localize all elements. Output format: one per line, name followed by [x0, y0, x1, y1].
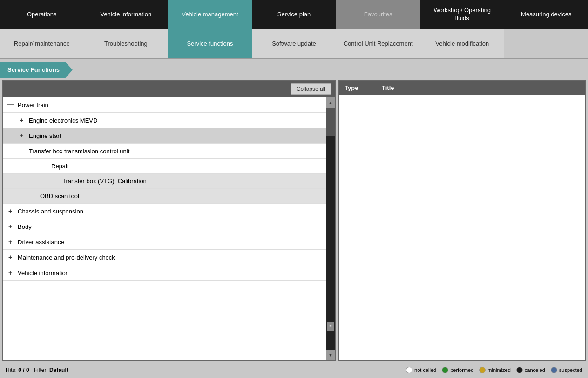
minus-icon: — — [18, 147, 25, 155]
tree-item-label: Driver assistance — [18, 239, 64, 246]
nav-item-vehicle-management[interactable]: Vehicle management — [168, 0, 252, 29]
filter-label: Filter: — [34, 367, 48, 373]
nav-item-vehicle-information[interactable]: Vehicle information — [84, 0, 169, 29]
right-panel-header: Type Title — [339, 81, 585, 95]
legend-label-suspected: suspected — [559, 367, 582, 373]
right-panel: Type Title — [338, 80, 586, 361]
tree-item-label: Repair — [51, 163, 69, 170]
type-column-header: Type — [339, 81, 376, 95]
tree-container: —Power train+Engine electronics MEVD+Eng… — [3, 97, 335, 360]
left-panel: Collapse all —Power train+Engine electro… — [2, 80, 336, 361]
tree-item-engine-electronics[interactable]: +Engine electronics MEVD — [3, 113, 326, 128]
plus-icon: + — [7, 254, 14, 261]
tree-item-transfer-box-vtg[interactable]: Transfer box (VTG): Calibration — [3, 174, 326, 189]
sub-nav-item-troubleshooting[interactable]: Troubleshooting — [84, 29, 169, 58]
legend-label-not-called: not called — [414, 367, 436, 373]
plus-icon: + — [7, 207, 14, 215]
legend-label-canceled: canceled — [525, 367, 545, 373]
scroll-down-arrow[interactable]: ▼ — [326, 350, 335, 360]
tree-item-obd-scan-tool[interactable]: OBD scan tool — [3, 189, 326, 204]
scroll-up-arrow[interactable]: ▲ — [326, 97, 335, 108]
tree-item-repair[interactable]: Repair — [3, 159, 326, 174]
plus-icon: + — [7, 223, 14, 230]
plus-icon: + — [7, 269, 14, 276]
sub-nav-item-control-unit-replacement[interactable]: Control Unit Replacement — [336, 29, 420, 58]
hits-label: Hits: — [6, 367, 17, 373]
nav-item-operations[interactable]: Operations — [0, 0, 84, 29]
legend-label-minimized: minimized — [487, 367, 511, 373]
legend-circle-minimized — [479, 367, 486, 373]
collapse-all-button[interactable]: Collapse all — [291, 83, 331, 95]
plus-icon: + — [7, 238, 14, 246]
top-nav: OperationsVehicle informationVehicle man… — [0, 0, 588, 29]
legend-item-not-called: not called — [406, 367, 436, 373]
status-legend: not calledperformedminimizedcanceledsusp… — [406, 367, 582, 373]
sub-nav-item-empty[interactable] — [504, 29, 588, 58]
tree-item-power-train[interactable]: —Power train — [3, 97, 326, 113]
nav-item-workshop-fluids[interactable]: Workshop/ Operating fluids — [420, 0, 505, 29]
tree-item-label: Maintenance and pre-delivery check — [18, 254, 115, 261]
legend-circle-canceled — [516, 367, 523, 373]
sub-nav-item-software-update[interactable]: Software update — [252, 29, 337, 58]
minus-icon: — — [7, 101, 14, 109]
status-bar: Hits: 0 / 0 Filter: Default not calledpe… — [0, 363, 588, 377]
filter-value: Default — [49, 367, 68, 373]
nav-item-measuring-devices[interactable]: Measuring devices — [504, 0, 588, 29]
scroll-thumb[interactable] — [326, 108, 335, 136]
legend-label-performed: performed — [450, 367, 473, 373]
title-column-header: Title — [376, 81, 585, 95]
tree-list: —Power train+Engine electronics MEVD+Eng… — [3, 97, 326, 360]
legend-circle-performed — [442, 367, 448, 373]
tree-item-engine-start[interactable]: +Engine start — [3, 128, 326, 144]
plus-icon: + — [18, 132, 25, 139]
legend-item-minimized: minimized — [479, 367, 511, 373]
left-panel-header: Collapse all — [3, 81, 335, 97]
right-panel-body — [339, 95, 585, 360]
tree-item-label: Power train — [18, 102, 48, 109]
hits-value: 0 / 0 — [18, 367, 29, 373]
main-content: Collapse all —Power train+Engine electro… — [0, 78, 588, 363]
tree-item-chassis-suspension[interactable]: +Chassis and suspension — [3, 204, 326, 219]
tree-item-label: Vehicle information — [18, 269, 69, 276]
breadcrumb-tab[interactable]: Service Functions — [0, 62, 73, 78]
breadcrumb-area: Service Functions — [0, 59, 588, 78]
legend-item-canceled: canceled — [516, 367, 545, 373]
hits-text: Hits: 0 / 0 Filter: Default — [6, 367, 68, 373]
legend-circle-suspected — [551, 367, 557, 373]
tree-item-label: Body — [18, 223, 32, 230]
sub-nav-item-service-functions[interactable]: Service functions — [168, 29, 252, 58]
tree-item-body[interactable]: +Body — [3, 219, 326, 234]
tree-item-transfer-box[interactable]: —Transfer box transmission control unit — [3, 144, 326, 159]
tree-item-label: Chassis and suspension — [18, 208, 83, 215]
legend-item-suspected: suspected — [551, 367, 582, 373]
sub-nav-item-vehicle-modification[interactable]: Vehicle modification — [420, 29, 505, 58]
tree-item-maintenance-pre-delivery[interactable]: +Maintenance and pre-delivery check — [3, 250, 326, 265]
sub-nav-item-repair-maintenance[interactable]: Repair/ maintenance — [0, 29, 84, 58]
tree-item-label: Engine start — [29, 132, 61, 139]
tree-item-label: Transfer box transmission control unit — [29, 148, 129, 155]
tree-item-label: Transfer box (VTG): Calibration — [62, 178, 147, 185]
scroll-grip-icon: ≡ — [327, 322, 334, 331]
nav-item-service-plan[interactable]: Service plan — [252, 0, 337, 29]
tree-item-label: OBD scan tool — [40, 192, 79, 199]
legend-item-performed: performed — [442, 367, 473, 373]
plus-icon: + — [18, 117, 25, 124]
sub-nav: Repair/ maintenanceTroubleshootingServic… — [0, 29, 588, 59]
tree-item-vehicle-information[interactable]: +Vehicle information — [3, 265, 326, 281]
legend-circle-not-called — [406, 367, 412, 373]
nav-item-favourites[interactable]: Favourites — [336, 0, 420, 29]
tree-item-driver-assistance[interactable]: +Driver assistance — [3, 234, 326, 250]
scroll-track[interactable]: ≡ — [326, 108, 335, 350]
tree-item-label: Engine electronics MEVD — [29, 117, 97, 124]
scrollbar: ▲ ≡ ▼ — [326, 97, 335, 360]
